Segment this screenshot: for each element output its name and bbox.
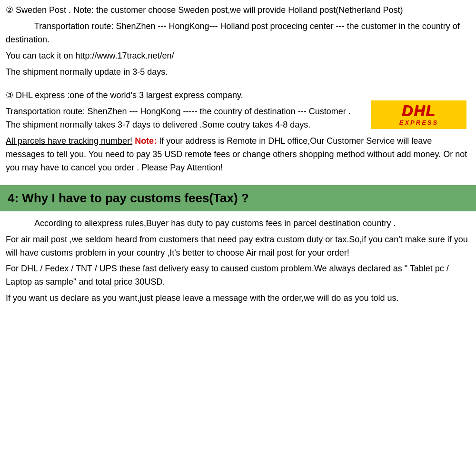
- customs-header-text: 4: Why I have to pay customs fees(Tax) ?: [8, 191, 249, 205]
- sweden-post-block: ② Sweden Post . Note: the customer choos…: [0, 0, 476, 85]
- sweden-post-track: You can tack it on http://www.17track.ne…: [6, 50, 470, 63]
- customs-block: According to aliexpress rules,Buyer has …: [0, 213, 476, 312]
- dhl-block: ③ DHL express :one of the world's 3 larg…: [0, 85, 476, 181]
- sweden-post-route: Transportation route: ShenZhen --- HongK…: [6, 20, 470, 47]
- sweden-post-intro: ② Sweden Post . Note: the customer choos…: [6, 4, 470, 17]
- sweden-post-update: The shipment normally update in 3-5 days…: [6, 66, 470, 79]
- dhl-note-label: Note:: [132, 136, 157, 146]
- customs-para1: According to aliexpress rules,Buyer has …: [6, 217, 470, 230]
- customs-para2: For air mail post ,we seldom heard from …: [6, 233, 470, 260]
- customs-para3: For DHL / Fedex / TNT / UPS these fast d…: [6, 262, 470, 289]
- customs-para4: If you want us declare as you want,just …: [6, 292, 470, 305]
- dhl-tracking-underline: All parcels have tracking number!: [6, 136, 132, 146]
- dhl-logo: DHL EXPRESS: [371, 100, 466, 129]
- dhl-logo-text: DHL: [402, 103, 436, 118]
- dhl-tracking-note: All parcels have tracking number! Note: …: [6, 135, 470, 175]
- main-container: ② Sweden Post . Note: the customer choos…: [0, 0, 476, 312]
- dhl-express-label: EXPRESS: [399, 118, 438, 128]
- customs-section-header: 4: Why I have to pay customs fees(Tax) ?: [0, 185, 476, 211]
